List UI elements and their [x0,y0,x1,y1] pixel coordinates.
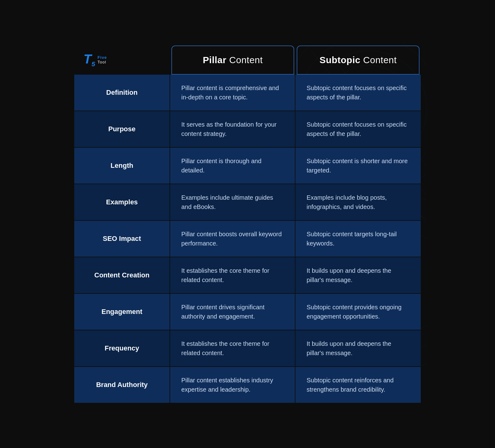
row-label: Content Creation [74,257,170,294]
header-row: T5 Five Tool Pillar Content Subtopic Con… [74,46,421,75]
row-label: Examples [74,184,170,221]
row-label: Definition [74,75,170,111]
row-label: Engagement [74,294,170,330]
logo-five-label: Five [97,55,107,60]
logo-text: Five Tool [97,55,107,64]
table-row: ExamplesExamples include ultimate guides… [74,184,421,221]
row-label: Frequency [74,330,170,367]
table-row: EngagementPillar content drives signific… [74,294,421,330]
row-label: Purpose [74,111,170,148]
row-subtopic-content: It builds upon and deepens the pillar's … [295,330,421,367]
comparison-table: DefinitionPillar content is comprehensiv… [74,75,421,403]
row-subtopic-content: Subtopic content focuses on specific asp… [295,111,421,148]
row-subtopic-content: Examples include blog posts, infographic… [295,184,421,221]
pillar-header-title: Pillar Content [203,55,263,65]
table-content: DefinitionPillar content is comprehensiv… [74,75,421,403]
row-pillar-content: It establishes the core theme for relate… [170,330,295,367]
logo-wrapper: T5 Five Tool [84,53,107,67]
row-subtopic-content: Subtopic content provides ongoing engage… [295,294,421,330]
row-pillar-content: It serves as the foundation for your con… [170,111,295,148]
table-row: SEO ImpactPillar content boosts overall … [74,221,421,257]
logo-icon: T5 [84,53,95,67]
content-wrapper: T5 Five Tool Pillar Content Subtopic Con… [74,46,421,403]
row-subtopic-content: It builds upon and deepens the pillar's … [295,257,421,294]
row-label: Brand Authority [74,367,170,403]
row-subtopic-content: Subtopic content is shorter and more tar… [295,148,421,184]
pillar-header: Pillar Content [171,46,294,75]
row-pillar-content: It establishes the core theme for relate… [170,257,295,294]
table-row: Brand AuthorityPillar content establishe… [74,367,421,403]
row-pillar-content: Examples include ultimate guides and eBo… [170,184,295,221]
row-label: SEO Impact [74,221,170,257]
table-row: Content CreationIt establishes the core … [74,257,421,294]
table-row: DefinitionPillar content is comprehensiv… [74,75,421,111]
main-container: T5 Five Tool Pillar Content Subtopic Con… [74,46,421,403]
logo-cell: T5 Five Tool [74,46,170,75]
subtopic-header: Subtopic Content [297,46,420,75]
row-subtopic-content: Subtopic content targets long-tail keywo… [295,221,421,257]
table-row: LengthPillar content is thorough and det… [74,148,421,184]
row-pillar-content: Pillar content is comprehensive and in-d… [170,75,295,111]
row-pillar-content: Pillar content is thorough and detailed. [170,148,295,184]
row-pillar-content: Pillar content drives significant author… [170,294,295,330]
row-label: Length [74,148,170,184]
logo-tool-label: Tool [97,60,107,64]
row-subtopic-content: Subtopic content focuses on specific asp… [295,75,421,111]
pillar-bold: Pillar [203,55,226,65]
subtopic-rest: Content [360,55,397,65]
table-row: FrequencyIt establishes the core theme f… [74,330,421,367]
subtopic-bold: Subtopic [320,55,360,65]
pillar-rest: Content [226,55,263,65]
row-pillar-content: Pillar content boosts overall keyword pe… [170,221,295,257]
subtopic-header-title: Subtopic Content [320,55,397,65]
row-pillar-content: Pillar content establishes industry expe… [170,367,295,403]
row-subtopic-content: Subtopic content reinforces and strength… [295,367,421,403]
table-row: PurposeIt serves as the foundation for y… [74,111,421,148]
